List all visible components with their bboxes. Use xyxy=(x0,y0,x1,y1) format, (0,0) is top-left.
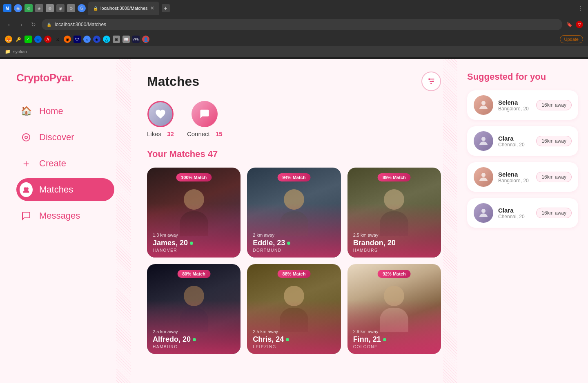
distance-badge-1: 16km away xyxy=(536,136,572,146)
card-badge-5: 92% Match xyxy=(378,270,411,278)
suggested-location-0: Bangalore, 20 xyxy=(498,106,531,112)
connect-stat[interactable]: Connect 15 xyxy=(187,101,223,137)
right-sidebar: Suggested for you Selena Bangalore, 20 1… xyxy=(457,59,588,383)
suggested-card-3[interactable]: Clara Chennai, 20 16km away xyxy=(467,198,578,228)
card-city-0: HANOVER xyxy=(153,248,235,253)
suggested-avatar-3 xyxy=(474,203,493,223)
card-badge-3: 80% Match xyxy=(177,270,210,278)
sidebar-item-create[interactable]: + Create xyxy=(16,152,114,175)
sidebar-item-create-label: Create xyxy=(39,158,66,169)
lock-icon: 🔒 xyxy=(47,22,51,27)
url-bar[interactable]: 🔒 localhost:3000/Matches xyxy=(42,19,562,30)
ext-green: ✓ xyxy=(24,36,32,43)
sidebar-item-discover[interactable]: Discover xyxy=(16,126,114,149)
match-card-0[interactable]: 100% Match 1.3 km away James, 20 HANOVER xyxy=(147,168,241,258)
suggested-list: Selena Bangalore, 20 16km away Clara Che… xyxy=(467,90,578,228)
card-city-5: COLOGNE xyxy=(353,345,435,349)
sidebar-item-matches[interactable]: Matches xyxy=(16,178,114,201)
main-content: Matches Likes 32 xyxy=(131,59,457,383)
suggested-card-2[interactable]: Selena Bangalore, 20 16km away xyxy=(467,162,578,192)
browser-menu[interactable]: ⋮ xyxy=(576,3,585,13)
home-icon: 🏠 xyxy=(20,105,33,118)
card-info-0: 1.3 km away James, 20 HANOVER xyxy=(147,228,241,258)
online-dot-0 xyxy=(190,242,193,245)
match-card-1[interactable]: 94% Match 2 km away Eddie, 23 DORTMUND xyxy=(247,168,341,258)
synlian-bar: 📁 synlian xyxy=(0,46,588,57)
svg-point-8 xyxy=(432,81,434,82)
svg-point-10 xyxy=(481,137,486,141)
tab-bar: M ◉ ⊙ ◈ ⊛ ◉ ⊙ G 🔒 localhost:3000/Matches… xyxy=(0,0,588,16)
match-card-4[interactable]: 88% Match 2.5 km away Chris, 24 LEIPZING xyxy=(247,264,341,354)
tab-icon-ext2: ⊙ xyxy=(24,4,33,12)
tab-icon-ext4: ⊛ xyxy=(46,4,54,12)
card-info-5: 2.9 km away Finn, 21 COLOGNE xyxy=(347,324,441,354)
ext-bubble: ○ xyxy=(83,36,91,43)
card-name-4: Chris, 24 xyxy=(253,335,335,344)
card-distance-1: 2 km away xyxy=(253,233,335,237)
stats-row: Likes 32 Connect 15 xyxy=(147,101,441,137)
card-name-0: James, 20 xyxy=(153,239,235,247)
ext-red: A xyxy=(44,36,51,43)
ext-saber: ⚔ xyxy=(54,36,61,43)
forward-btn[interactable]: › xyxy=(17,20,25,29)
ext-shield: 🛡 xyxy=(74,36,81,43)
card-badge-4: 88% Match xyxy=(278,270,311,278)
online-dot-4 xyxy=(286,338,289,341)
svg-point-3 xyxy=(26,187,29,190)
back-btn[interactable]: ‹ xyxy=(5,20,13,29)
suggested-card-1[interactable]: Clara Chennai, 20 16km away xyxy=(467,126,578,156)
distance-badge-0: 16km away xyxy=(536,100,572,110)
suggested-location-2: Bangalore, 20 xyxy=(498,178,531,184)
match-card-5[interactable]: 92% Match 2.9 km away Finn, 21 COLOGNE xyxy=(347,264,441,354)
card-distance-3: 2.5 km away xyxy=(153,329,235,334)
shield-badge: 🛡 xyxy=(576,21,583,28)
sidebar-item-matches-label: Matches xyxy=(39,184,73,195)
active-tab[interactable]: 🔒 localhost:3000/Matches ✕ xyxy=(88,2,159,15)
card-distance-4: 2.5 km away xyxy=(253,329,335,334)
bookmark-icon[interactable]: 🔖 xyxy=(566,22,572,27)
sidebar: CryptoPyar. 🏠 Home Discover + Create xyxy=(0,59,131,383)
cards-grid: 100% Match 1.3 km away James, 20 HANOVER… xyxy=(147,168,441,354)
likes-label: Likes 32 xyxy=(147,130,174,137)
suggested-name-3: Clara xyxy=(498,207,531,214)
connect-label: Connect 15 xyxy=(187,130,223,137)
reload-btn[interactable]: ↻ xyxy=(29,20,38,29)
card-city-2: HAMBURG xyxy=(353,248,435,253)
ext-gray: ⊞ xyxy=(113,36,120,43)
ext-vpn: VPN xyxy=(132,36,140,43)
ext-book: 📖 xyxy=(122,36,130,43)
sidebar-item-messages[interactable]: Messages xyxy=(16,204,114,227)
ext-cyan: △ xyxy=(103,36,110,43)
online-dot-5 xyxy=(383,338,386,341)
discover-icon xyxy=(20,131,33,144)
connect-circle xyxy=(192,101,218,127)
app-layout: CryptoPyar. 🏠 Home Discover + Create xyxy=(0,59,588,383)
suggested-card-0[interactable]: Selena Bangalore, 20 16km away xyxy=(467,90,578,120)
tab-icon-plus[interactable]: + xyxy=(162,4,170,12)
tab-icon-ext7: G xyxy=(78,4,86,12)
tab-url-label: localhost:3000/Matches xyxy=(100,6,148,11)
filter-button[interactable] xyxy=(421,72,441,91)
suggested-avatar-2 xyxy=(474,167,493,187)
update-btn[interactable]: Update xyxy=(560,35,583,43)
your-matches-title: Your Matches 47 xyxy=(147,149,441,159)
sidebar-item-home[interactable]: 🏠 Home xyxy=(16,100,114,123)
suggested-info-3: Clara Chennai, 20 xyxy=(498,207,531,219)
card-badge-2: 89% Match xyxy=(378,173,411,181)
card-distance-2: 2.5 km away xyxy=(353,233,435,237)
ext-profile: 👤 xyxy=(142,36,149,43)
match-card-3[interactable]: 80% Match 2.5 km away Alfredo, 20 HAMBUR… xyxy=(147,264,241,354)
card-info-1: 2 km away Eddie, 23 DORTMUND xyxy=(247,228,341,258)
svg-point-11 xyxy=(481,173,486,177)
sidebar-item-messages-label: Messages xyxy=(39,211,80,221)
card-info-4: 2.5 km away Chris, 24 LEIPZING xyxy=(247,324,341,354)
tab-close-btn[interactable]: ✕ xyxy=(150,5,154,11)
messages-icon xyxy=(20,209,33,222)
suggested-name-0: Selena xyxy=(498,99,531,106)
match-card-2[interactable]: 89% Match 2.5 km away Brandon, 20 HAMBUR… xyxy=(347,168,441,258)
card-badge-0: 100% Match xyxy=(176,173,212,181)
likes-stat[interactable]: Likes 32 xyxy=(147,101,174,137)
suggested-avatar-1 xyxy=(474,131,493,151)
card-name-5: Finn, 21 xyxy=(353,335,435,344)
online-dot-3 xyxy=(193,338,196,341)
